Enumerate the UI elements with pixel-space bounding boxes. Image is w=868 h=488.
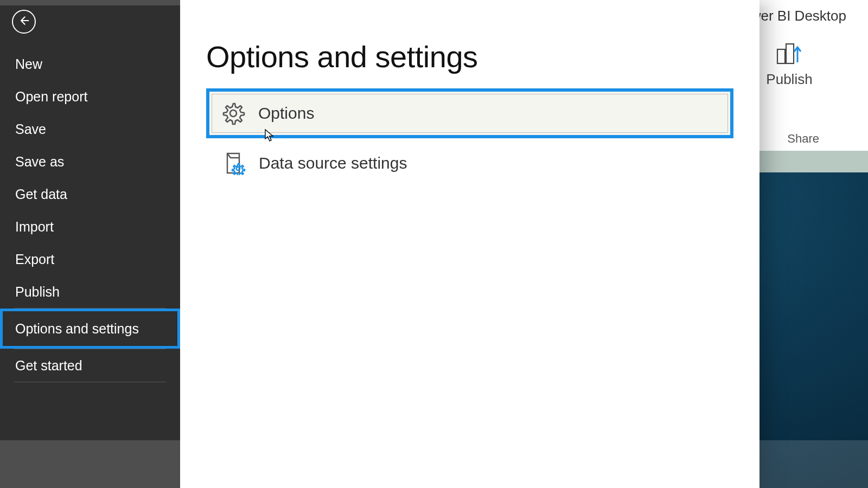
option-row-data-source-settings[interactable]: Data source settings (206, 138, 733, 188)
data-source-settings-icon (222, 151, 246, 175)
file-menu-content: Options and settings Options (180, 0, 760, 488)
file-menu-overlay: New Open report Save Save as Get data Im… (0, 0, 760, 488)
option-row-options[interactable]: Options (206, 88, 733, 138)
menu-item-export[interactable]: Export (0, 243, 180, 275)
file-menu-list: New Open report Save Save as Get data Im… (0, 48, 180, 382)
menu-item-import[interactable]: Import (0, 210, 180, 243)
menu-item-save[interactable]: Save (0, 113, 180, 145)
publish-icon (760, 40, 819, 68)
file-menu-sidebar: New Open report Save Save as Get data Im… (0, 0, 180, 488)
ribbon-share-group-label: Share (787, 132, 819, 146)
svg-point-3 (237, 167, 240, 170)
menu-separator (14, 382, 166, 382)
ribbon-publish-label: Publish (760, 71, 819, 88)
menu-item-label: Open report (15, 89, 87, 105)
menu-item-label: Export (15, 252, 54, 267)
menu-item-label: New (15, 56, 42, 72)
menu-item-publish[interactable]: Publish (0, 275, 180, 308)
menu-item-label: Get data (15, 187, 67, 202)
svg-rect-1 (786, 44, 794, 63)
option-row-label: Data source settings (259, 154, 407, 172)
back-button[interactable] (12, 10, 36, 34)
option-row-label: Options (258, 104, 314, 123)
menu-item-label: Save as (15, 154, 64, 170)
menu-item-get-started[interactable]: Get started (0, 349, 180, 382)
menu-item-get-data[interactable]: Get data (0, 178, 180, 210)
page-title: Options and settings (206, 39, 733, 74)
ribbon-publish-button[interactable]: Publish (760, 40, 819, 88)
back-arrow-icon (18, 15, 29, 28)
app-root: - Power BI Desktop Publish Share (0, 0, 868, 488)
gear-icon (221, 101, 245, 125)
menu-item-label: Save (15, 121, 46, 137)
svg-rect-0 (777, 49, 785, 63)
menu-item-label: Options and settings (15, 321, 139, 337)
menu-item-label: Publish (15, 284, 60, 300)
menu-item-new[interactable]: New (0, 48, 180, 80)
menu-item-open-report[interactable]: Open report (0, 80, 180, 113)
svg-point-2 (230, 110, 237, 117)
menu-item-options-and-settings[interactable]: Options and settings (0, 309, 180, 349)
menu-item-save-as[interactable]: Save as (0, 145, 180, 178)
menu-item-label: Get started (15, 358, 82, 374)
menu-item-label: Import (15, 219, 54, 235)
